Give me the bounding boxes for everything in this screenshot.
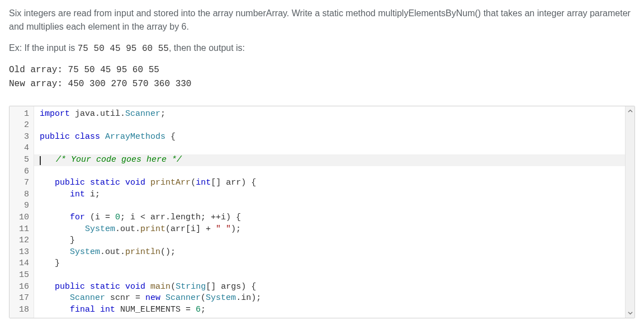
code-token [95,305,100,314]
code-token [85,178,90,187]
code-line[interactable] [34,166,625,178]
code-token [70,132,75,142]
code-token: " " [216,224,231,234]
code-token: { [165,132,176,142]
line-number: 4 [10,143,34,154]
line-number: 15 [10,270,34,281]
line-number: 11 [10,224,34,236]
code-line[interactable] [34,143,625,154]
code-token: println [125,247,160,257]
code-token [40,247,70,257]
code-line[interactable]: public static void main(String[] args) { [34,281,625,293]
code-line[interactable]: import java.util.Scanner; [34,109,625,120]
code-token: public [55,282,85,292]
line-number: 18 [10,304,34,316]
code-token [120,282,125,292]
code-line[interactable]: for (i = 0; i < arr.length; ++i) { [34,212,625,224]
line-number: 16 [10,281,34,293]
scroll-down-arrow[interactable] [626,308,634,318]
code-token: [] arr) { [211,178,256,187]
code-token: .out. [100,247,125,257]
code-line[interactable]: /* Your code goes here */ [34,154,625,166]
line-number-gutter: 123456789101112131415161718 [10,106,34,318]
code-token: scnr = [105,293,145,303]
line-number: 12 [10,235,34,247]
code-token: .out. [115,224,140,234]
code-token: java.util. [70,109,125,119]
code-token: 0 [115,213,120,222]
code-token [40,190,70,199]
code-token: Scanner [165,293,201,303]
code-token: .in); [236,293,261,303]
code-token: (i = [85,213,115,222]
problem-prompt: Six integers are read from input and sto… [9,7,635,55]
code-token: Scanner [125,109,160,119]
prompt-example-line: Ex: If the input is 75 50 45 95 60 55, t… [9,41,635,55]
code-line[interactable]: } [34,258,625,270]
code-token: final [70,305,95,314]
line-number: 3 [10,131,34,143]
code-token: } [40,258,60,268]
code-token: public [55,178,85,187]
code-token: } [40,236,75,245]
code-token [120,178,125,187]
code-token: NUM_ELEMENTS = [115,305,196,314]
code-token [40,213,70,222]
code-token: Scanner [70,293,105,303]
code-token: 6 [196,305,201,314]
code-token: new [145,293,160,303]
line-number: 1 [10,109,34,120]
code-token: int [70,190,85,199]
expected-output: Old array: 75 50 45 95 60 55 New array: … [9,63,635,91]
code-token: (); [160,247,176,257]
code-token: ArrayMethods [105,132,165,142]
code-line[interactable]: System.out.print(arr[i] + " "); [34,224,625,236]
code-token: import [40,109,70,119]
code-token: System [85,224,115,234]
code-editor[interactable]: 123456789101112131415161718 import java.… [9,106,635,318]
vertical-scrollbar[interactable] [625,106,634,318]
code-token: [] args) { [206,282,256,292]
code-token [145,282,150,292]
code-token: String [176,282,206,292]
code-line[interactable]: System.out.println(); [34,247,625,258]
line-number: 9 [10,200,34,212]
code-line[interactable] [34,270,625,281]
code-token: ; [160,109,165,119]
code-token: System [206,293,236,303]
code-token: class [75,132,100,142]
code-token: static [90,178,120,187]
code-token: public [40,132,70,142]
output-line-1: Old array: 75 50 45 95 60 55 [9,65,159,75]
code-area[interactable]: import java.util.Scanner;public class Ar… [34,106,625,318]
code-line[interactable]: public class ArrayMethods { [34,131,625,143]
ex-input: 75 50 45 95 60 55 [78,44,169,54]
code-token: void [125,282,145,292]
code-token [40,305,70,314]
code-line[interactable]: Scanner scnr = new Scanner(System.in); [34,293,625,304]
code-token: int [100,305,115,314]
text-cursor [40,156,41,165]
line-number: 10 [10,212,34,224]
line-number: 6 [10,166,34,178]
code-line[interactable] [34,120,625,131]
scroll-up-arrow[interactable] [626,106,634,116]
code-token: ; [201,305,206,314]
line-number: 7 [10,177,34,189]
line-number: 5 [10,154,34,166]
code-token: int [196,178,211,187]
code-token [145,178,150,187]
code-token: ( [201,293,206,303]
line-number: 8 [10,189,34,201]
ex-prefix: Ex: If the input is [9,43,78,53]
code-token [40,178,55,187]
code-editor-container: 123456789101112131415161718 import java.… [9,106,635,318]
code-token: for [70,213,85,222]
code-line[interactable]: } [34,235,625,247]
code-token: void [125,178,145,187]
code-line[interactable]: int i; [34,189,625,201]
code-line[interactable] [34,200,625,212]
code-line[interactable]: final int NUM_ELEMENTS = 6; [34,304,625,316]
line-number: 13 [10,247,34,258]
code-line[interactable]: public static void printArr(int[] arr) { [34,177,625,189]
